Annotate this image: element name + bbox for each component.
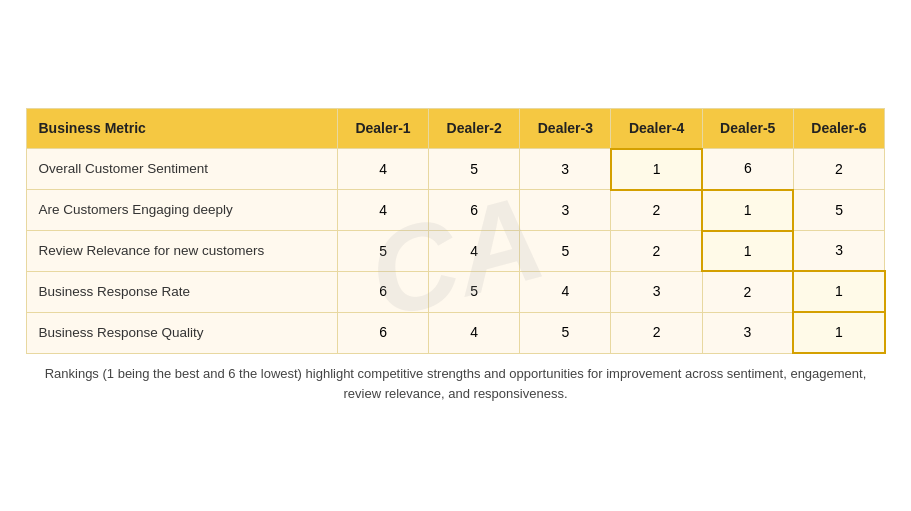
dealer-header-1: Dealer-1 <box>337 108 428 148</box>
table-row: Business Response Rate654321 <box>26 271 885 312</box>
cell-row3-col5: 1 <box>793 271 884 312</box>
dealer-header-4: Dealer-4 <box>611 108 702 148</box>
cell-row2-col5: 3 <box>793 231 884 272</box>
cell-row4-col3: 2 <box>611 312 702 353</box>
dealer-header-3: Dealer-3 <box>520 108 611 148</box>
cell-row0-col0: 4 <box>337 149 428 190</box>
cell-row4-col0: 6 <box>337 312 428 353</box>
metric-header: Business Metric <box>26 108 337 148</box>
metric-label-0: Overall Customer Sentiment <box>26 149 337 190</box>
cell-row4-col2: 5 <box>520 312 611 353</box>
cell-row2-col3: 2 <box>611 231 702 272</box>
cell-row1-col0: 4 <box>337 190 428 231</box>
metric-label-1: Are Customers Engaging deeply <box>26 190 337 231</box>
cell-row0-col5: 2 <box>793 149 884 190</box>
cell-row0-col4: 6 <box>702 149 793 190</box>
cell-row4-col1: 4 <box>429 312 520 353</box>
table-row: Review Relevance for new customers545213 <box>26 231 885 272</box>
dealer-header-6: Dealer-6 <box>793 108 884 148</box>
rankings-table: Business MetricDealer-1Dealer-2Dealer-3D… <box>26 108 886 354</box>
table-header-row: Business MetricDealer-1Dealer-2Dealer-3D… <box>26 108 885 148</box>
cell-row0-col3: 1 <box>611 149 702 190</box>
cell-row2-col0: 5 <box>337 231 428 272</box>
cell-row1-col4: 1 <box>702 190 793 231</box>
metric-label-2: Review Relevance for new customers <box>26 231 337 272</box>
table-body: Overall Customer Sentiment453162Are Cust… <box>26 149 885 353</box>
cell-row0-col1: 5 <box>429 149 520 190</box>
cell-row2-col2: 5 <box>520 231 611 272</box>
cell-row1-col3: 2 <box>611 190 702 231</box>
cell-row0-col2: 3 <box>520 149 611 190</box>
cell-row2-col1: 4 <box>429 231 520 272</box>
cell-row3-col0: 6 <box>337 271 428 312</box>
cell-row1-col5: 5 <box>793 190 884 231</box>
table-row: Are Customers Engaging deeply463215 <box>26 190 885 231</box>
cell-row3-col4: 2 <box>702 271 793 312</box>
cell-row3-col2: 4 <box>520 271 611 312</box>
cell-row4-col5: 1 <box>793 312 884 353</box>
metric-label-4: Business Response Quality <box>26 312 337 353</box>
cell-row3-col3: 3 <box>611 271 702 312</box>
cell-row4-col4: 3 <box>702 312 793 353</box>
cell-row1-col1: 6 <box>429 190 520 231</box>
table-row: Business Response Quality645231 <box>26 312 885 353</box>
cell-row1-col2: 3 <box>520 190 611 231</box>
table-row: Overall Customer Sentiment453162 <box>26 149 885 190</box>
dealer-header-5: Dealer-5 <box>702 108 793 148</box>
footnote: Rankings (1 being the best and 6 the low… <box>26 364 886 403</box>
cell-row2-col4: 1 <box>702 231 793 272</box>
metric-label-3: Business Response Rate <box>26 271 337 312</box>
main-container: CA Business MetricDealer-1Dealer-2Dealer… <box>26 108 886 403</box>
dealer-header-2: Dealer-2 <box>429 108 520 148</box>
cell-row3-col1: 5 <box>429 271 520 312</box>
